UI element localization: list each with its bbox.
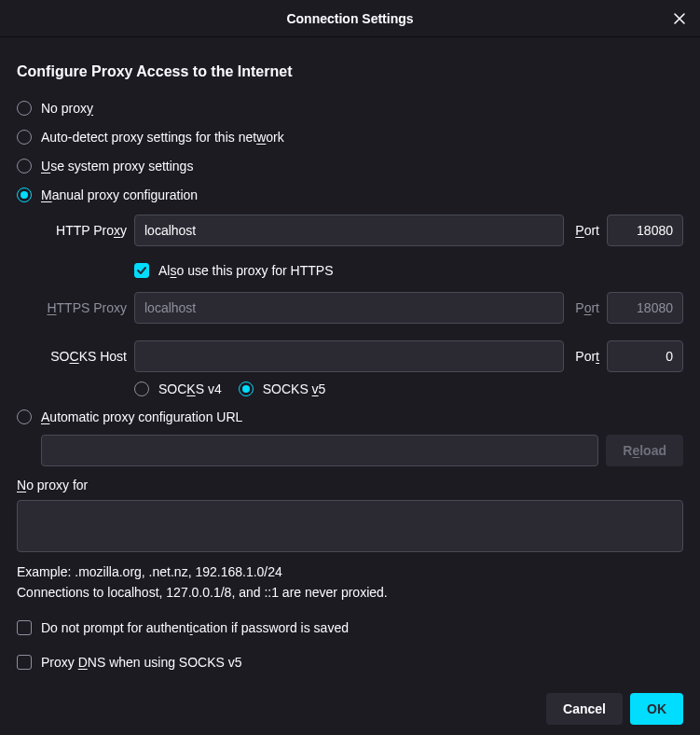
pac-url-input [41, 435, 598, 466]
radio-no-proxy[interactable]: No proxy [17, 93, 683, 122]
radio-system-proxy[interactable]: Use system proxy settings [17, 151, 683, 180]
http-proxy-row: HTTP Proxy Port [41, 215, 683, 246]
dialog-footer: Cancel OK [0, 686, 700, 735]
reload-button: Reload [606, 435, 683, 466]
checkbox-icon [17, 655, 32, 670]
radio-icon [17, 101, 32, 116]
radio-label: SOCKS v4 [158, 381, 222, 396]
radio-label: Use system proxy settings [41, 159, 193, 173]
radio-label: Automatic proxy configuration URL [41, 409, 242, 424]
http-proxy-port-input[interactable] [607, 215, 683, 246]
no-prompt-auth-checkbox[interactable]: Do not prompt for authentication if pass… [17, 613, 683, 642]
also-use-https-checkbox[interactable]: Also use this proxy for HTTPS [134, 256, 683, 284]
proxy-dns-checkbox[interactable]: Proxy DNS when using SOCKS v5 [17, 647, 683, 676]
radio-icon [17, 409, 32, 424]
socks-port-label: Port [575, 349, 599, 364]
checkbox-icon [134, 263, 149, 278]
dialog-content: Configure Proxy Access to the Internet N… [0, 37, 700, 686]
socks-port-input[interactable] [607, 340, 683, 372]
https-proxy-port-input [607, 292, 683, 324]
radio-label: Manual proxy configuration [41, 187, 198, 202]
ok-button[interactable]: OK [630, 693, 683, 725]
radio-socks-v5[interactable]: SOCKS v5 [239, 381, 326, 396]
radio-label: SOCKS v5 [263, 381, 326, 396]
no-proxy-for-textarea[interactable] [17, 500, 683, 552]
socks-host-input[interactable] [134, 340, 564, 372]
checkbox-label: Also use this proxy for HTTPS [158, 263, 334, 278]
cancel-button[interactable]: Cancel [546, 693, 623, 725]
pac-row: Reload [41, 435, 683, 466]
socks-host-label: SOCKS Host [41, 349, 127, 364]
no-proxy-for-label: No proxy for [17, 478, 683, 492]
section-heading: Configure Proxy Access to the Internet [17, 63, 683, 80]
checkbox-icon [17, 620, 32, 635]
radio-manual-proxy[interactable]: Manual proxy configuration [17, 180, 683, 209]
radio-label: No proxy [41, 101, 93, 116]
titlebar: Connection Settings [0, 0, 700, 37]
localhost-note: Connections to localhost, 127.0.0.1/8, a… [17, 585, 683, 600]
example-text: Example: .mozilla.org, .net.nz, 192.168.… [17, 564, 683, 579]
socks-host-row: SOCKS Host Port [41, 340, 683, 372]
socks-version-row: SOCKS v4 SOCKS v5 [134, 381, 683, 396]
http-proxy-label: HTTP Proxy [41, 223, 127, 238]
radio-icon [17, 187, 32, 202]
radio-icon [134, 381, 149, 396]
https-proxy-row: HTTPS Proxy Port [41, 292, 683, 324]
https-proxy-host-input [134, 292, 564, 324]
radio-icon [17, 159, 32, 173]
dialog-title: Connection Settings [286, 11, 413, 26]
radio-auto-detect[interactable]: Auto-detect proxy settings for this netw… [17, 122, 683, 151]
radio-icon [239, 381, 254, 396]
http-proxy-host-input[interactable] [134, 215, 564, 246]
checkbox-label: Do not prompt for authentication if pass… [41, 620, 349, 635]
manual-proxy-fields: HTTP Proxy Port Also use this proxy for … [41, 215, 683, 396]
https-port-label: Port [575, 300, 599, 315]
http-port-label: Port [575, 223, 599, 238]
radio-socks-v4[interactable]: SOCKS v4 [134, 381, 222, 396]
radio-pac-url[interactable]: Automatic proxy configuration URL [17, 402, 683, 431]
radio-label: Auto-detect proxy settings for this netw… [41, 130, 284, 145]
radio-icon [17, 130, 32, 145]
close-icon [673, 12, 686, 25]
checkbox-label: Proxy DNS when using SOCKS v5 [41, 655, 242, 670]
close-button[interactable] [670, 9, 689, 28]
https-proxy-label: HTTPS Proxy [41, 300, 127, 315]
